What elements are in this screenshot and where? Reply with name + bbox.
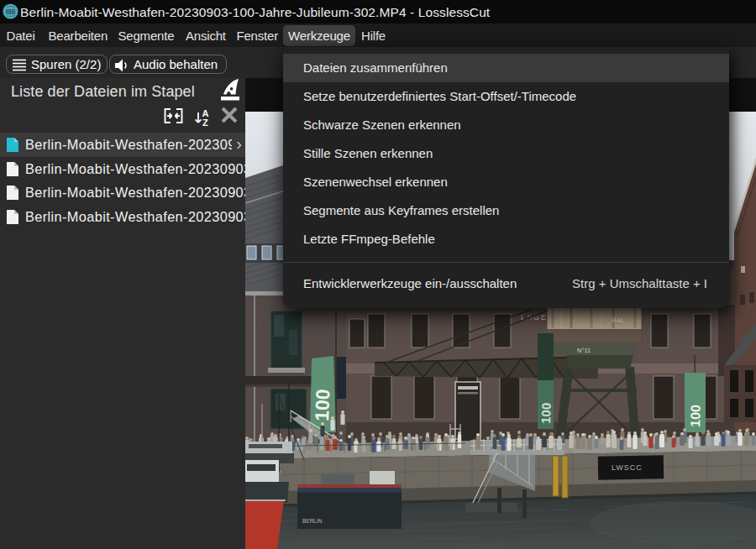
svg-text:RAL: RAL bbox=[612, 316, 625, 324]
svg-text:N°11: N°11 bbox=[577, 347, 591, 354]
svg-text:LWSCC: LWSCC bbox=[612, 463, 643, 472]
svg-text:Z: Z bbox=[202, 118, 208, 128]
svg-text:100: 100 bbox=[688, 405, 703, 427]
svg-text:100: 100 bbox=[311, 389, 333, 421]
svg-text:100: 100 bbox=[538, 402, 554, 424]
svg-text:BERLIN: BERLIN bbox=[302, 518, 323, 524]
